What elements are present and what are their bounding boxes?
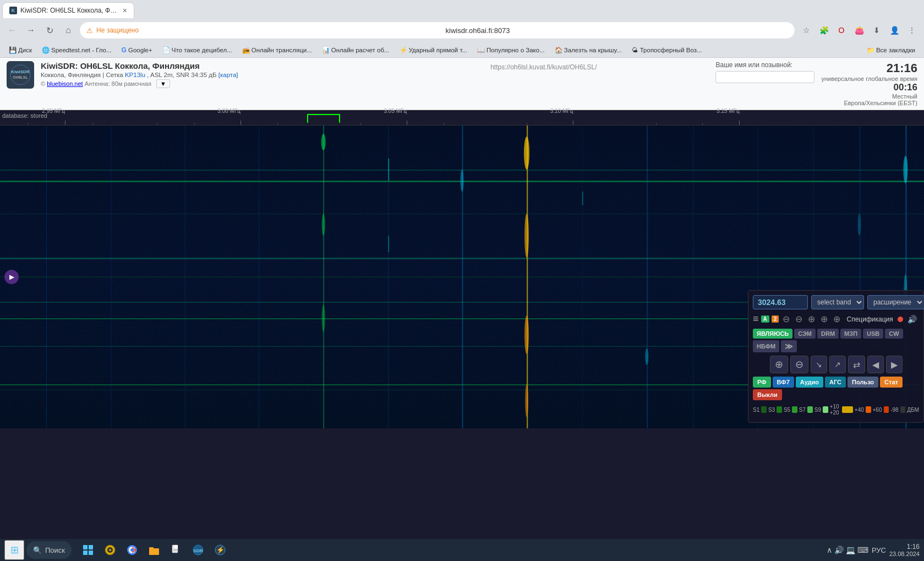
swap-button[interactable]: ⇄ — [848, 356, 865, 373]
svg-point-36 — [524, 315, 529, 354]
bookmark-star-button[interactable]: ☆ — [799, 23, 814, 38]
svg-rect-57 — [149, 547, 154, 549]
stat-button[interactable]: Стат — [880, 377, 903, 388]
hamburger-icon: ≡ — [753, 313, 759, 325]
bookmark-google[interactable]: G Google+ — [117, 45, 157, 55]
credit-link[interactable]: bluebison.net — [47, 80, 83, 87]
svg-point-38 — [461, 170, 464, 192]
off-button[interactable]: Выкли — [753, 389, 782, 400]
zoom-in-nav-button[interactable]: ⊕ — [770, 356, 788, 373]
bookmark-tropo[interactable]: 🌤 Тропосферный Воз... — [627, 46, 707, 55]
taskbar-app-sdr[interactable]: SDR — [188, 540, 208, 560]
mode-lsb-button[interactable]: МЗП — [840, 329, 861, 339]
minor-tick — [702, 123, 703, 125]
mode-nbfm-button[interactable]: НБФМ — [753, 340, 779, 352]
home-button[interactable]: ⌂ — [61, 23, 76, 38]
tray-icons: ∧ 🔊 💻 ⌨ — [827, 546, 868, 554]
band-select-dropdown[interactable]: select band — [811, 295, 864, 309]
bookmark-roof[interactable]: 🏠 Залезть на крышу... — [550, 45, 626, 55]
active-tab[interactable]: K KiwiSDR: OH6LSL Коккола, Финляндия × — [2, 2, 134, 18]
callsign-input[interactable] — [715, 71, 814, 83]
mode-usb-button[interactable]: USB — [863, 329, 883, 339]
extension-dropdown[interactable]: расширение — [867, 295, 924, 309]
reload-button[interactable]: ↻ — [42, 23, 57, 38]
header-url: https://oh6lsl.kuvat.fi/kuvat/OH6LSL/ — [378, 61, 709, 71]
taskbar-search-bar[interactable]: 🔍 Поиск — [26, 541, 72, 559]
s10-block — [842, 406, 852, 413]
minor-tick — [360, 123, 361, 125]
taskbar-app-chrome[interactable] — [122, 540, 142, 560]
account-button[interactable]: 👤 — [887, 23, 902, 38]
mode-am-button[interactable]: ЯВЛЯЮСЬ — [753, 329, 792, 339]
next-button[interactable]: ▶ — [886, 356, 903, 373]
taskbar-app-lightning[interactable]: ⚡ — [210, 540, 230, 560]
tab-close-button[interactable]: × — [123, 6, 127, 15]
wallet-button[interactable]: 👛 — [851, 23, 867, 38]
time-display: 21:16 универсальное глобальное время 00:… — [821, 61, 917, 106]
browser-chrome: K KiwiSDR: OH6LSL Коккола, Финляндия × ←… — [0, 0, 924, 58]
taskbar-app-folder[interactable] — [144, 540, 164, 560]
bookmark-speedtest[interactable]: 🌐 Speedtest.net - Гло... — [37, 45, 116, 55]
start-button[interactable]: ⊞ — [4, 540, 24, 560]
mode-more-button[interactable]: ≫ — [781, 340, 797, 352]
bookmark-disk[interactable]: 💾 Диск — [4, 45, 36, 55]
mode-sam-button[interactable]: СЭМ — [794, 329, 816, 339]
spec-label: Спецификация — [844, 315, 895, 323]
s60-block — [884, 406, 889, 413]
local-label: Местный — [821, 93, 917, 100]
mode-cw-button[interactable]: CW — [885, 329, 903, 339]
opera-button[interactable]: O — [834, 23, 849, 38]
bookmark-decibel[interactable]: 📄 Что такое децибел... — [158, 45, 237, 55]
num-badge: 2 — [772, 315, 779, 323]
wf7-button[interactable]: ВФ7 — [773, 377, 794, 388]
frequency-ruler[interactable]: database: stored 2.95 МГц 3.00 МГц 3.05 … — [0, 110, 924, 126]
user-button[interactable]: Пользо — [848, 377, 878, 388]
expand-nav-button[interactable]: ↗ — [829, 356, 846, 373]
svg-rect-18 — [46, 126, 47, 428]
zoom-full-button[interactable]: ⊕ — [819, 313, 829, 325]
zoom-out-circle-button[interactable]: ⊖ — [781, 313, 791, 325]
map-link[interactable]: [карта] — [218, 72, 238, 78]
zoom-in-button[interactable]: ⊕ — [806, 313, 817, 325]
zoom-out-button[interactable]: ⊖ — [794, 313, 804, 325]
prev-button[interactable]: ◀ — [867, 356, 884, 373]
audio-button[interactable]: Аудио — [796, 377, 823, 388]
timezone-label: Европа/Хельсинки (EEST) — [821, 100, 917, 106]
bookmark-broadcast[interactable]: 📻 Онлайн трансляци... — [238, 45, 316, 55]
bookmark-tropo-icon: 🌤 — [632, 47, 638, 53]
bookmark-strike[interactable]: ⚡ Ударный прямой т... — [395, 45, 472, 55]
svg-text:KiwiSDR: KiwiSDR — [11, 69, 30, 74]
taskbar-app-radio[interactable] — [100, 540, 120, 560]
speaker-button[interactable]: 🔊 — [905, 314, 919, 325]
svg-text:SDR: SDR — [194, 548, 203, 553]
address-bar[interactable]: ⚠ Не защищено kiwisdr.oh6ai.fi:8073 — [79, 21, 795, 39]
zoom-out-nav-button[interactable]: ⊖ — [790, 356, 808, 373]
frequency-input[interactable]: 3024.63 — [753, 295, 808, 309]
zoom-plus-button[interactable]: ⊕ — [832, 313, 842, 325]
grid-link[interactable]: KP13lu — [125, 72, 145, 78]
s5-block — [792, 406, 797, 413]
extensions-button[interactable]: 🧩 — [816, 23, 832, 38]
expand-button[interactable]: ▼ — [156, 79, 170, 88]
forward-button[interactable]: → — [23, 23, 39, 38]
snr-label: SNR 34:35 дБ — [176, 72, 217, 78]
minor-tick — [277, 123, 278, 125]
mode-drm-button[interactable]: DRM — [817, 329, 839, 339]
agc-button[interactable]: АГС — [825, 377, 846, 388]
hamburger-menu[interactable]: ≡ — [753, 313, 759, 325]
freq-tick-315: 3.15 МГц — [739, 121, 740, 125]
rf-button[interactable]: РФ — [753, 377, 771, 388]
play-button[interactable]: ▶ — [4, 270, 19, 284]
svg-rect-20 — [185, 126, 185, 428]
menu-button[interactable]: ⋮ — [904, 23, 920, 38]
bookmark-popular[interactable]: 📖 Популярно о Зако... — [473, 45, 549, 55]
back-button[interactable]: ← — [4, 23, 20, 38]
bookmark-calc[interactable]: 📊 Онлайн расчет об... — [318, 45, 394, 55]
s3-label: S3 — [768, 407, 775, 413]
bookmark-all[interactable]: 📁 Все закладки — [862, 45, 920, 55]
download-button[interactable]: ⬇ — [869, 23, 884, 38]
freq-tick-295: 2.95 МГц — [65, 121, 65, 125]
taskbar-app-windows[interactable] — [78, 540, 98, 560]
collapse-button[interactable]: ↘ — [811, 356, 827, 373]
taskbar-app-files[interactable] — [166, 540, 186, 560]
